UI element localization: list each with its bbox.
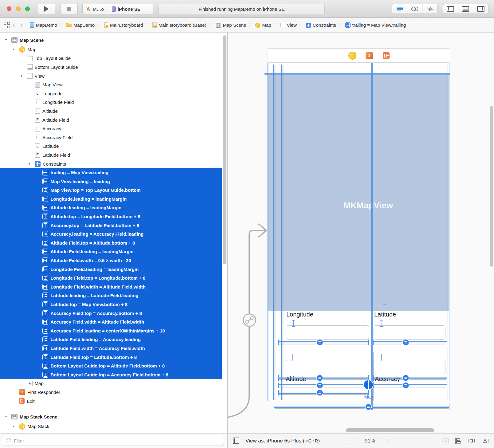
outline-row[interactable]: Map View	[0, 80, 227, 89]
outline-row[interactable]: Map	[0, 379, 227, 388]
outline-row[interactable]: Altitude Field	[0, 116, 227, 124]
outline-constraint-row[interactable]: Bottom Layout Guide.top = Altitude Field…	[0, 361, 227, 370]
outline-row[interactable]: Accuracy	[0, 124, 227, 133]
outline-row[interactable]: ▼Map Stack	[0, 422, 227, 431]
disclosure-triangle[interactable]: ▼	[5, 415, 7, 418]
add-constraints-button[interactable]	[468, 437, 475, 445]
canvas-hscrollbar-thumb[interactable]	[346, 428, 434, 432]
embed-in-stack-button[interactable]	[454, 437, 462, 445]
outline-constraint-row[interactable]: Longitude.leading = leadingMargin	[0, 195, 227, 203]
outline-row[interactable]: ▼Map Scene	[0, 35, 227, 45]
outline-constraint-row[interactable]: Longitude Field.top = Longitude.bottom +…	[0, 273, 227, 282]
breadcrumb-item[interactable]: MapDemo	[66, 22, 95, 28]
go-back-button[interactable]: ‹	[13, 22, 15, 29]
filter-input[interactable]	[13, 438, 221, 444]
zoom-window-button[interactable]	[25, 6, 30, 11]
longitude-label[interactable]: Longitude	[286, 311, 313, 318]
first-responder-icon[interactable]: 1	[366, 52, 373, 59]
outline-row[interactable]: Bottom Layout Guide	[0, 63, 227, 72]
outline-constraint-row[interactable]: Map View.leading = leading	[0, 177, 227, 186]
outline-constraint-row[interactable]: Altitude Field.top = Altitude.bottom + 8	[0, 238, 227, 247]
update-frames-button[interactable]	[442, 437, 449, 445]
map-view[interactable]: MKMapView	[268, 75, 449, 311]
exit-icon[interactable]	[383, 52, 390, 59]
breadcrumb-item[interactable]: Map	[255, 22, 271, 28]
outline-constraint-row[interactable]: Altitude.leading = leadingMargin	[0, 203, 227, 212]
outline-row[interactable]: ▼Constraints	[0, 159, 227, 168]
disclosure-triangle[interactable]: ▼	[12, 425, 15, 428]
view-controller-icon[interactable]	[348, 52, 356, 60]
zoom-out-button[interactable]: −	[348, 437, 352, 445]
outline-constraint-row[interactable]: Latitude.top = Map View.bottom + 8	[0, 300, 227, 309]
outline-constraint-row[interactable]: Latitude Field.leading = Accuracy.leadin…	[0, 335, 227, 344]
outline-constraint-row[interactable]: Latitude Field.width = Accuracy Field.wi…	[0, 344, 227, 353]
outline-constraint-row[interactable]: Bottom Layout Guide.top = Accuracy Field…	[0, 370, 227, 379]
filter-field[interactable]	[3, 436, 224, 446]
version-editor-button[interactable]	[422, 4, 437, 14]
outline-row[interactable]: Longitude Field	[0, 98, 227, 107]
assistant-editor-button[interactable]	[407, 4, 422, 14]
breadcrumb-item[interactable]: Main.storyboard	[104, 22, 143, 28]
interface-builder-canvas[interactable]: 1 MKMapView Longitude Latitude Altitude …	[227, 33, 494, 433]
longitude-field[interactable]	[286, 325, 369, 340]
outline-row[interactable]: ▼View	[0, 72, 227, 81]
outline-row[interactable]: Latitude Field	[0, 151, 227, 159]
breadcrumb-item[interactable]: trailing = Map View.trailing	[345, 22, 406, 28]
canvas-vscrollbar-thumb[interactable]	[490, 106, 493, 267]
close-window-button[interactable]	[7, 6, 11, 11]
toggle-inspectors-button[interactable]	[473, 4, 488, 14]
outline-scrollbar-thumb[interactable]	[223, 35, 226, 264]
outline-row[interactable]: ▼Map	[0, 45, 227, 54]
outline-constraint-row[interactable]: Accuracy Field.width = Altitude Field.wi…	[0, 317, 227, 326]
run-button[interactable]	[38, 4, 55, 14]
altitude-field[interactable]	[286, 360, 369, 374]
outline-row[interactable]: ▼Map Stack Scene	[0, 411, 227, 422]
minimize-window-button[interactable]	[16, 6, 21, 11]
outline-constraint-row[interactable]: Map View.top = Top Layout Guide.bottom	[0, 186, 227, 195]
stop-button[interactable]	[60, 4, 78, 14]
disclosure-triangle[interactable]: ▼	[12, 48, 15, 51]
altitude-label[interactable]: Altitude	[286, 375, 306, 383]
toggle-navigator-button[interactable]	[443, 4, 458, 14]
view-controller-view[interactable]: MKMapView Longitude Latitude Altitude Ac…	[267, 63, 450, 401]
disclosure-triangle[interactable]: ▼	[28, 162, 31, 165]
breadcrumb-item[interactable]: Constraints	[306, 22, 336, 28]
outline-constraint-row[interactable]: Longitude Field.width = Altitude Field.w…	[0, 282, 227, 291]
related-items-icon[interactable]	[4, 22, 10, 28]
scheme-selector[interactable]: M…o 〉 iPhone SE	[82, 4, 153, 14]
outline-row[interactable]: Latitude	[0, 142, 227, 151]
view-as-control[interactable]: View as: iPhone 6s Plus (wChR)	[245, 434, 320, 448]
outline-row[interactable]: Exit	[0, 397, 227, 406]
breadcrumb-item[interactable]: View	[280, 22, 297, 28]
latitude-label[interactable]: Latitude	[374, 311, 396, 318]
zoom-level[interactable]: 91%	[365, 438, 375, 444]
outline-row[interactable]: First Responder	[0, 388, 227, 397]
standard-editor-button[interactable]	[392, 4, 407, 14]
breadcrumb-item[interactable]: MapDemo	[30, 22, 57, 28]
outline-constraint-row[interactable]: trailing = Map View.trailing	[0, 168, 227, 177]
resolve-autolayout-button[interactable]	[481, 437, 489, 445]
outline-constraint-row[interactable]: Altitude.top = Longitude Field.bottom + …	[0, 212, 227, 221]
disclosure-triangle[interactable]: ▼	[5, 38, 7, 41]
outline-constraint-row[interactable]: Accuracy.leading = Accuracy Field.leadin…	[0, 230, 227, 238]
toggle-debug-area-button[interactable]	[458, 4, 473, 14]
outline-constraint-row[interactable]: Latitude.leading = Latitude Field.leadin…	[0, 291, 227, 300]
outline-toggle-icon[interactable]	[233, 438, 239, 444]
outline-row[interactable]: Top Layout Guide	[0, 54, 227, 63]
go-forward-button[interactable]: ›	[20, 22, 22, 29]
outline-row[interactable]: Altitude	[0, 107, 227, 116]
latitude-field[interactable]	[374, 325, 445, 340]
outline-row[interactable]: Accuracy Field	[0, 133, 227, 142]
outline-row[interactable]: Longitude	[0, 89, 227, 98]
outline-constraint-row[interactable]: Accuracy Field.leading = centerXWithinMa…	[0, 326, 227, 335]
outline-constraint-row[interactable]: Altitude Field.leading = leadingMargin	[0, 247, 227, 256]
outline-constraint-row[interactable]: Altitude Field.width = 0.5 × width - 20	[0, 256, 227, 265]
zoom-in-button[interactable]: +	[387, 437, 391, 445]
accuracy-field[interactable]	[374, 360, 445, 374]
outline-constraint-row[interactable]: Latitude Field.top = Latitude.bottom + 8	[0, 353, 227, 362]
outline-constraint-row[interactable]: Longitude Field.leading = leadingMargin	[0, 265, 227, 274]
outline-constraint-row[interactable]: Accuracy.top = Latitude Field.bottom + 8	[0, 221, 227, 230]
accuracy-label[interactable]: Accuracy	[375, 375, 400, 383]
outline-constraint-row[interactable]: Accuracy Field.top = Accuracy.bottom + 8	[0, 309, 227, 318]
disclosure-triangle[interactable]: ▼	[20, 74, 23, 77]
